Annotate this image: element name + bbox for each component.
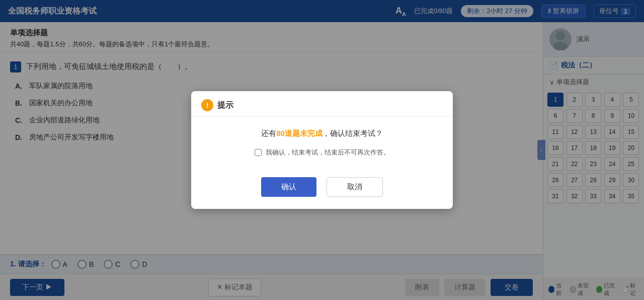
modal-cancel-button[interactable]: 取消	[327, 177, 383, 197]
modal-body: 还有80道题未完成，确认结束考试？ 我确认，结束考试，结束后不可再次作答。	[191, 117, 453, 177]
modal-checkbox-row[interactable]: 我确认，结束考试，结束后不可再次作答。	[203, 148, 441, 157]
modal-warning-icon: !	[201, 99, 213, 111]
modal-message-pre: 还有	[261, 129, 276, 137]
modal-dialog: ! 提示 还有80道题未完成，确认结束考试？ 我确认，结束考试，结束后不可再次作…	[191, 91, 453, 209]
modal-overlay: ! 提示 还有80道题未完成，确认结束考试？ 我确认，结束考试，结束后不可再次作…	[0, 0, 644, 300]
confirm-checkbox-label: 我确认，结束考试，结束后不可再次作答。	[266, 148, 390, 157]
modal-confirm-button[interactable]: 确认	[261, 177, 316, 197]
modal-header: ! 提示	[191, 91, 453, 117]
modal-message: 还有80道题未完成，确认结束考试？	[203, 127, 441, 140]
modal-footer: 确认 取消	[191, 177, 453, 209]
confirm-checkbox[interactable]	[255, 149, 262, 156]
modal-highlight: 80道题未完成	[276, 129, 323, 137]
modal-message-post: ，确认结束考试？	[323, 129, 383, 137]
modal-title: 提示	[217, 100, 233, 111]
